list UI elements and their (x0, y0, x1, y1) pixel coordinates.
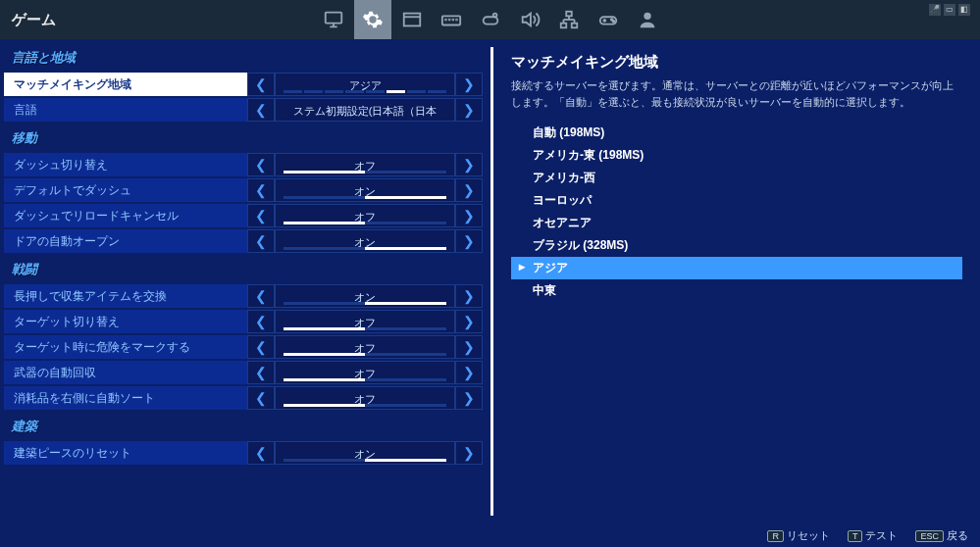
region-item[interactable]: ブラジル (328MS) (511, 234, 962, 257)
arrow-left-icon[interactable]: ❮ (247, 178, 275, 202)
main-area: 言語と地域マッチメイキング地域❮アジア❯言語❮ステム初期設定(日本語（日本❯移動… (0, 39, 980, 523)
setting-label: 武器の自動回収 (4, 361, 247, 384)
window-icon[interactable] (393, 0, 431, 39)
setting-row[interactable]: 長押しで収集アイテムを交換❮オン❯ (4, 284, 483, 308)
setting-row[interactable]: マッチメイキング地域❮アジア❯ (4, 73, 483, 96)
setting-row[interactable]: ターゲット時に危険をマークする❮オフ❯ (4, 335, 483, 359)
controller-icon[interactable] (590, 0, 627, 39)
arrow-left-icon[interactable]: ❮ (247, 386, 275, 410)
setting-label: ターゲット時に危険をマークする (4, 335, 247, 359)
svg-point-8 (452, 20, 453, 21)
value-selector: ❮アジア❯ (247, 73, 483, 96)
setting-row[interactable]: 消耗品を右側に自動ソート❮オフ❯ (4, 386, 483, 410)
svg-rect-14 (560, 24, 566, 28)
setting-value: ステム初期設定(日本語（日本 (275, 98, 455, 122)
arrow-left-icon[interactable]: ❮ (247, 73, 275, 96)
value-selector: ❮オン❯ (247, 229, 483, 253)
arrow-right-icon[interactable]: ❯ (455, 361, 483, 384)
account-icon[interactable] (629, 0, 666, 39)
section-header: 戦闘 (4, 255, 483, 284)
arrow-left-icon[interactable]: ❮ (247, 98, 275, 122)
keyboard-icon[interactable] (433, 0, 470, 39)
setting-row[interactable]: ダッシュ切り替え❮オフ❯ (4, 153, 483, 176)
svg-rect-3 (403, 14, 420, 26)
arrow-left-icon[interactable]: ❮ (247, 441, 275, 465)
arrow-right-icon[interactable]: ❯ (455, 335, 483, 359)
value-selector: ❮オフ❯ (247, 361, 483, 384)
audio-icon[interactable] (511, 0, 548, 39)
arrow-left-icon[interactable]: ❮ (247, 153, 275, 176)
arrow-left-icon[interactable]: ❮ (247, 284, 275, 308)
region-item[interactable]: 中東 (511, 279, 962, 302)
arrow-right-icon[interactable]: ❯ (455, 229, 483, 253)
setting-row[interactable]: ドアの自動オープン❮オン❯ (4, 229, 483, 253)
footer-hints: Rリセット Tテスト ESC戻る (755, 523, 980, 547)
region-item[interactable]: オセアニア (511, 212, 962, 234)
arrow-left-icon[interactable]: ❮ (247, 204, 275, 227)
settings-list: 言語と地域マッチメイキング地域❮アジア❯言語❮ステム初期設定(日本語（日本❯移動… (0, 39, 490, 523)
arrow-left-icon[interactable]: ❮ (247, 335, 275, 359)
test-hint: Tテスト (848, 528, 899, 543)
setting-label: 長押しで収集アイテムを交換 (4, 284, 247, 308)
detail-description: 接続するサーバーを選びます。通常は、サーバーとの距離が近いほどパフォーマンスが向… (511, 77, 962, 110)
detail-panel: マッチメイキング地域 接続するサーバーを選びます。通常は、サーバーとの距離が近い… (493, 39, 980, 523)
setting-row[interactable]: デフォルトでダッシュ❮オン❯ (4, 178, 483, 202)
region-item[interactable]: ヨーロッパ (511, 189, 962, 212)
setting-row[interactable]: 言語❮ステム初期設定(日本語（日本❯ (4, 98, 483, 122)
setting-row[interactable]: 武器の自動回収❮オフ❯ (4, 361, 483, 384)
top-bar: ゲーム 🎤 ▭ ◧ (0, 0, 980, 39)
arrow-right-icon[interactable]: ❯ (455, 73, 483, 96)
svg-point-25 (644, 13, 650, 20)
value-selector: ❮オン❯ (247, 284, 483, 308)
arrow-right-icon[interactable]: ❯ (455, 98, 483, 122)
arrow-right-icon[interactable]: ❯ (455, 153, 483, 176)
value-selector: ❮オフ❯ (247, 310, 483, 333)
setting-label: ドアの自動オープン (4, 229, 247, 253)
region-item[interactable]: アメリカ-西 (511, 167, 962, 189)
section-header: 移動 (4, 124, 483, 153)
setting-row[interactable]: ターゲット切り替え❮オフ❯ (4, 310, 483, 333)
setting-label: 建築ピースのリセット (4, 441, 247, 465)
region-item[interactable]: アメリカ-東 (198MS) (511, 144, 962, 167)
reset-hint: Rリセット (767, 528, 830, 543)
setting-value: オン (275, 229, 455, 253)
setting-value: オフ (275, 204, 455, 227)
arrow-right-icon[interactable]: ❯ (455, 386, 483, 410)
setting-value: オフ (275, 153, 455, 176)
svg-rect-0 (325, 13, 341, 24)
setting-value: オフ (275, 361, 455, 384)
arrow-left-icon[interactable]: ❮ (247, 229, 275, 253)
region-item[interactable]: 自動 (198MS) (511, 122, 962, 144)
back-key: ESC (915, 530, 944, 542)
system-tray: 🎤 ▭ ◧ (929, 4, 970, 16)
setting-value: オン (275, 178, 455, 202)
setting-row[interactable]: 建築ピースのリセット❮オン❯ (4, 441, 483, 465)
setting-row[interactable]: ダッシュでリロードキャンセル❮オフ❯ (4, 204, 483, 227)
arrow-right-icon[interactable]: ❯ (455, 178, 483, 202)
arrow-right-icon[interactable]: ❯ (455, 441, 483, 465)
svg-rect-13 (566, 12, 572, 17)
controller-config-icon[interactable] (472, 0, 509, 39)
window-indicator-icon: ◧ (958, 4, 970, 16)
page-title: ゲーム (12, 11, 56, 29)
monitor-icon[interactable] (315, 0, 352, 39)
arrow-right-icon[interactable]: ❯ (455, 310, 483, 333)
arrow-left-icon[interactable]: ❮ (247, 361, 275, 384)
arrow-left-icon[interactable]: ❮ (247, 310, 275, 333)
setting-value: オフ (275, 310, 455, 333)
arrow-right-icon[interactable]: ❯ (455, 284, 483, 308)
network-icon[interactable] (550, 0, 588, 39)
arrow-right-icon[interactable]: ❯ (455, 204, 483, 227)
svg-rect-10 (483, 17, 497, 24)
region-item[interactable]: アジア (511, 257, 962, 279)
setting-label: マッチメイキング地域 (4, 73, 247, 96)
gear-icon[interactable] (354, 0, 391, 39)
value-selector: ❮オフ❯ (247, 204, 483, 227)
value-selector: ❮オフ❯ (247, 153, 483, 176)
svg-point-7 (448, 20, 449, 21)
region-list: 自動 (198MS)アメリカ-東 (198MS)アメリカ-西ヨーロッパオセアニア… (511, 122, 962, 302)
test-key: T (848, 530, 863, 542)
setting-value: アジア (275, 73, 455, 96)
mic-indicator-icon: 🎤 (929, 4, 941, 16)
section-header: 言語と地域 (4, 43, 483, 73)
